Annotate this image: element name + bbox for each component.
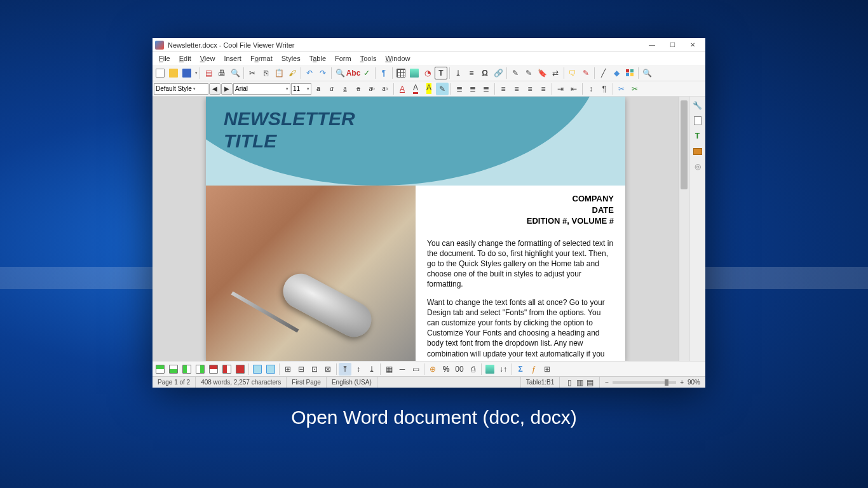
style-next-icon[interactable]: ▶: [221, 83, 233, 95]
line-icon[interactable]: ╱: [597, 67, 609, 79]
valign-top-icon[interactable]: ⤒: [339, 363, 351, 376]
style-prev-icon[interactable]: ◀: [209, 83, 220, 95]
book-view-icon[interactable]: ▤: [585, 379, 594, 386]
bullets-icon[interactable]: ≣: [453, 83, 466, 95]
align-left-icon[interactable]: ≡: [497, 83, 510, 95]
status-table[interactable]: Table1:B1: [521, 377, 560, 388]
print-preview-icon[interactable]: 🔍: [229, 67, 241, 79]
highlight-icon[interactable]: A: [423, 83, 435, 95]
strikethrough-icon[interactable]: a: [352, 83, 365, 95]
sort-icon[interactable]: ↓↑: [497, 363, 510, 376]
bookmark-icon[interactable]: 🔖: [536, 67, 548, 79]
decrease-indent-icon[interactable]: ⇤: [567, 83, 580, 95]
menu-form[interactable]: Form: [331, 53, 355, 64]
decrease-para-icon[interactable]: ✂: [628, 83, 641, 95]
status-words[interactable]: 408 words, 2,257 characters: [196, 377, 287, 388]
basic-shapes-icon[interactable]: ◆: [610, 67, 623, 79]
status-pagestyle[interactable]: First Page: [287, 377, 327, 388]
border-style-icon[interactable]: ─: [396, 363, 409, 376]
redo-icon[interactable]: ↷: [316, 67, 329, 79]
zoom-out-icon[interactable]: −: [605, 379, 609, 386]
menu-insert[interactable]: Insert: [220, 53, 245, 64]
font-size-select[interactable]: 11▾: [291, 83, 311, 95]
status-insert-mode[interactable]: [377, 377, 521, 388]
subscript-icon[interactable]: ab: [379, 83, 391, 95]
vertical-scrollbar[interactable]: [679, 97, 689, 361]
border-color-icon[interactable]: ▭: [409, 363, 422, 376]
sidebar-page-icon[interactable]: [691, 114, 704, 127]
valign-bottom-icon[interactable]: ⤓: [365, 363, 378, 376]
draw-functions-icon[interactable]: [623, 67, 636, 79]
insert-table-icon[interactable]: [395, 67, 407, 79]
para-spacing-icon[interactable]: ¶: [598, 83, 611, 95]
italic-icon[interactable]: a: [325, 83, 338, 95]
sidebar-properties-icon[interactable]: 🔧: [691, 99, 704, 112]
insert-row-above-icon[interactable]: [154, 363, 166, 376]
align-center-icon[interactable]: ≡: [510, 83, 523, 95]
justify-icon[interactable]: ≡: [537, 83, 550, 95]
comment-icon[interactable]: 🗨: [566, 67, 579, 79]
merge-cells-icon[interactable]: ⊞: [281, 363, 294, 376]
copy-icon[interactable]: ⎘: [259, 67, 272, 79]
newsletter-title[interactable]: NEWSLETTER TITLE: [224, 108, 355, 152]
export-pdf-icon[interactable]: ▤: [202, 67, 215, 79]
menu-tools[interactable]: Tools: [356, 53, 381, 64]
outline-icon[interactable]: ≣: [480, 83, 492, 95]
delete-row-icon[interactable]: [207, 363, 220, 376]
undo-icon[interactable]: ↶: [303, 67, 316, 79]
zoom-in-icon[interactable]: +: [680, 379, 684, 386]
insert-textbox-icon[interactable]: T: [435, 67, 447, 79]
minimize-button[interactable]: —: [642, 39, 662, 51]
increase-para-icon[interactable]: ✂: [615, 83, 628, 95]
select-cell-icon[interactable]: [251, 363, 264, 376]
single-page-view-icon[interactable]: ▯: [565, 379, 574, 386]
split-cells-icon[interactable]: ⊟: [295, 363, 308, 376]
zoom-percent[interactable]: 90%: [688, 379, 700, 386]
align-right-icon[interactable]: ≡: [524, 83, 536, 95]
menu-edit[interactable]: Edit: [175, 53, 195, 64]
zoom-icon[interactable]: 🔍: [641, 67, 653, 79]
newsletter-text-column[interactable]: COMPANY DATE EDITION #, VOLUME # You can…: [416, 186, 625, 361]
font-color-icon[interactable]: A: [409, 83, 422, 95]
special-char-icon[interactable]: Ω: [478, 67, 491, 79]
clone-format-icon[interactable]: 🖌: [286, 67, 299, 79]
zoom-slider[interactable]: [613, 381, 676, 384]
char-highlight-icon[interactable]: ✎: [436, 83, 449, 95]
line-spacing-icon[interactable]: ↕: [585, 83, 597, 95]
autoformat-icon[interactable]: ⎙: [466, 363, 479, 376]
numbering-icon[interactable]: ≣: [466, 83, 479, 95]
optimize-icon[interactable]: ⊠: [322, 363, 334, 376]
page-break-icon[interactable]: ⤓: [452, 67, 465, 79]
menu-styles[interactable]: Styles: [278, 53, 304, 64]
bold-icon[interactable]: a: [312, 83, 325, 95]
formula-icon[interactable]: ƒ: [527, 363, 540, 376]
print-icon[interactable]: 🖶: [215, 67, 228, 79]
open-icon[interactable]: [167, 67, 180, 79]
zoom-control[interactable]: − + 90%: [600, 377, 705, 388]
newsletter-image[interactable]: [206, 186, 416, 361]
valign-center-icon[interactable]: ↕: [352, 363, 365, 376]
insert-footnote-icon[interactable]: ✎: [509, 67, 522, 79]
close-button[interactable]: ✕: [682, 39, 703, 51]
sum-icon[interactable]: Σ: [514, 363, 527, 376]
autospell-icon[interactable]: ✓: [360, 67, 373, 79]
status-page[interactable]: Page 1 of 2: [153, 377, 196, 388]
currency-icon[interactable]: %: [440, 363, 452, 376]
formatting-marks-icon[interactable]: ¶: [377, 67, 390, 79]
increase-indent-icon[interactable]: ⇥: [554, 83, 567, 95]
insert-row-below-icon[interactable]: [167, 363, 180, 376]
caption-icon[interactable]: [484, 363, 496, 376]
table-props-icon[interactable]: ⊞: [541, 363, 553, 376]
underline-icon[interactable]: a: [339, 83, 351, 95]
decimal-icon[interactable]: 00: [453, 363, 466, 376]
scrollbar-thumb[interactable]: [681, 100, 688, 189]
insert-endnote-icon[interactable]: ✎: [522, 67, 535, 79]
multi-page-view-icon[interactable]: ▥: [575, 379, 584, 386]
cut-icon[interactable]: ✂: [246, 67, 259, 79]
delete-table-icon[interactable]: [234, 363, 247, 376]
status-language[interactable]: English (USA): [327, 377, 377, 388]
menu-window[interactable]: Window: [381, 53, 414, 64]
cross-ref-icon[interactable]: ⇄: [549, 67, 562, 79]
new-icon[interactable]: [154, 67, 166, 79]
superscript-icon[interactable]: ab: [365, 83, 378, 95]
